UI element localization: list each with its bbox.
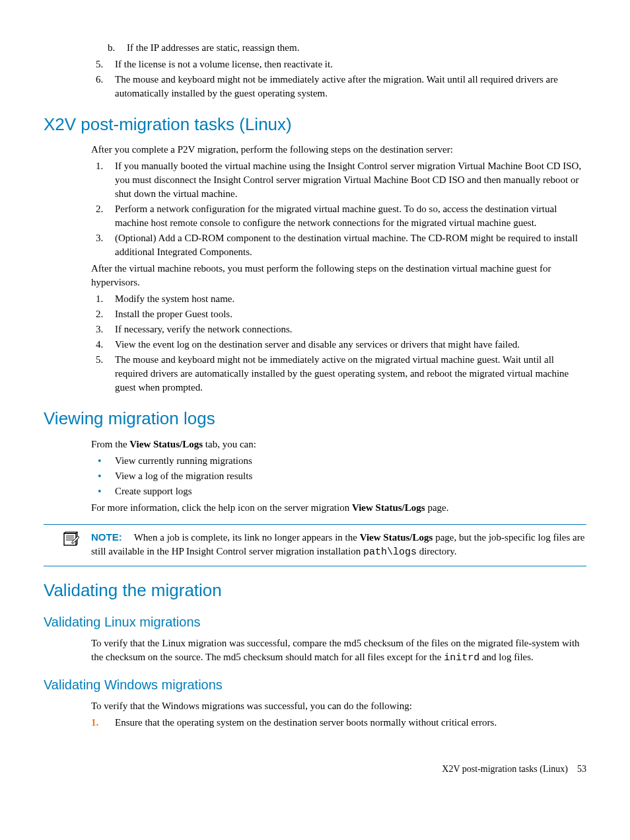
view-intro: From the View Status/Logs tab, you can: xyxy=(91,438,586,451)
x2v-after: After the virtual machine reboots, you m… xyxy=(91,262,586,289)
note-label: NOTE: xyxy=(91,531,122,543)
text: When a job is complete, its link no long… xyxy=(134,532,360,543)
text: From the xyxy=(91,439,129,449)
list-item: If necessary, verify the network connect… xyxy=(106,323,586,336)
heading-viewing-logs: Viewing migration logs xyxy=(44,406,586,430)
list-item-6: The mouse and keyboard might not be imme… xyxy=(106,73,586,100)
list-item-5: If the license is not a volume license, … xyxy=(106,57,586,71)
footer-page-number: 53 xyxy=(577,764,586,774)
heading-x2v-linux: X2V post-migration tasks (Linux) xyxy=(44,112,586,136)
list-marker: 1. xyxy=(91,716,98,730)
text-bold: View Status/Logs xyxy=(352,502,425,513)
heading-validating-migration: Validating the migration xyxy=(44,578,586,602)
page-footer: X2V post-migration tasks (Linux) 53 xyxy=(44,763,586,776)
heading-validating-windows: Validating Windows migrations xyxy=(44,675,586,694)
text-bold: View Status/Logs xyxy=(129,439,203,449)
list-item: If you manually booted the virtual machi… xyxy=(106,159,586,201)
text: and log files. xyxy=(479,652,534,662)
heading-validating-linux: Validating Linux migrations xyxy=(44,613,586,631)
note-icon xyxy=(62,530,79,551)
text: tab, you can: xyxy=(203,439,256,449)
text: directory. xyxy=(417,546,457,556)
text-code: initrd xyxy=(444,652,479,664)
note-text: When a job is complete, its link no long… xyxy=(91,532,584,556)
text: Ensure that the operating system on the … xyxy=(115,717,497,728)
list-item: Modify the system host name. xyxy=(106,292,586,306)
list-item-b: If the IP addresses are static, reassign… xyxy=(118,41,586,55)
text: For more information, click the help ico… xyxy=(91,502,352,513)
valid-win-intro: To verify that the Windows migrations wa… xyxy=(91,699,586,713)
list-item: Perform a network configuration for the … xyxy=(106,202,586,230)
list-item: The mouse and keyboard might not be imme… xyxy=(106,353,586,395)
x2v-intro: After you complete a P2V migration, perf… xyxy=(91,143,586,157)
footer-title: X2V post-migration tasks (Linux) xyxy=(442,764,568,774)
valid-linux-body: To verify that the Linux migration was s… xyxy=(91,636,586,665)
top-continuation: If the IP addresses are static, reassign… xyxy=(91,41,586,100)
bullet-item: View currently running migrations xyxy=(91,454,586,468)
text-code: path\logs xyxy=(363,547,417,558)
bullet-item: Create support logs xyxy=(91,484,586,498)
list-item: Install the proper Guest tools. xyxy=(106,307,586,321)
view-more-info: For more information, click the help ico… xyxy=(91,501,586,515)
text: page. xyxy=(425,502,449,513)
list-item: View the event log on the destination se… xyxy=(106,338,586,352)
list-item: 1. Ensure that the operating system on t… xyxy=(91,716,586,730)
note-callout: NOTE:When a job is complete, its link no… xyxy=(44,524,586,566)
text-bold: View Status/Logs xyxy=(360,532,433,543)
bullet-item: View a log of the migration results xyxy=(91,469,586,483)
list-item: (Optional) Add a CD-ROM component to the… xyxy=(106,231,586,259)
